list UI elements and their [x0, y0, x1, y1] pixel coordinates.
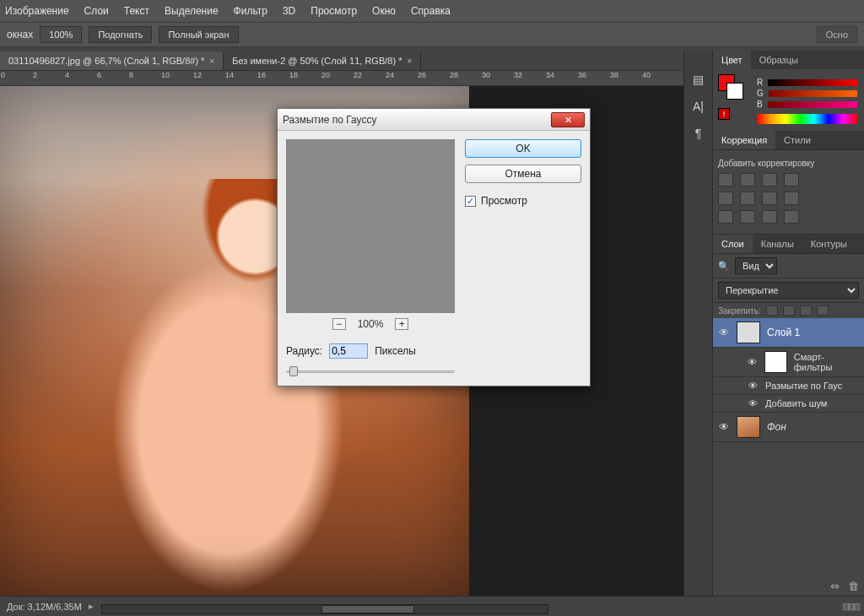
- background-swatch[interactable]: [726, 83, 743, 100]
- visibility-icon[interactable]: 👁: [718, 421, 730, 433]
- smart-filter-mask[interactable]: [764, 351, 787, 373]
- tab-paths[interactable]: Контуры: [802, 235, 856, 253]
- menu-select[interactable]: Выделение: [165, 5, 219, 17]
- lock-pixels-icon[interactable]: [766, 305, 778, 316]
- ruler-tick: 22: [353, 71, 385, 85]
- filter-row-noise[interactable]: 👁 Добавить шум: [713, 395, 864, 413]
- ruler-tick: 26: [417, 71, 449, 85]
- blend-mode-select[interactable]: Перекрытие: [718, 282, 859, 299]
- close-icon[interactable]: ×: [209, 57, 214, 66]
- document-tab-2-label: Без имени-2 @ 50% (Слой 11, RGB/8) *: [232, 56, 402, 66]
- color-panel-tabs: Цвет Образцы: [713, 51, 864, 69]
- layer-filter-kind[interactable]: Вид: [735, 257, 777, 274]
- layers-panel-tabs: Слои Каналы Контуры: [713, 235, 864, 253]
- trash-icon[interactable]: 🗑: [848, 580, 859, 592]
- menu-image[interactable]: Изображение: [5, 5, 69, 17]
- dialog-titlebar[interactable]: Размытие по Гауссу ✕: [278, 109, 590, 131]
- ok-button[interactable]: OK: [465, 139, 581, 158]
- document-tab-1[interactable]: 03110496827.jpg @ 66,7% (Слой 1, RGB/8#)…: [0, 51, 224, 70]
- menu-help[interactable]: Справка: [411, 5, 451, 17]
- radius-input[interactable]: [329, 343, 368, 359]
- adj-curves-icon[interactable]: [762, 173, 777, 186]
- zoom-out-button[interactable]: −: [332, 318, 346, 330]
- visibility-icon[interactable]: 👁: [747, 398, 759, 408]
- doc-size: Док: 3,12M/6,35M: [7, 602, 82, 612]
- resize-grip-icon[interactable]: ▨▨▨: [842, 601, 857, 612]
- ruler-tick: 32: [513, 71, 545, 85]
- adj-brightness-icon[interactable]: [718, 173, 733, 186]
- adjustments-panel: Добавить корректировку: [713, 149, 864, 235]
- layer-row[interactable]: 👁 Слой 1: [713, 318, 864, 348]
- adjustments-add-label: Добавить корректировку: [718, 159, 859, 168]
- menu-text[interactable]: Текст: [124, 5, 149, 17]
- visibility-icon[interactable]: 👁: [747, 381, 759, 391]
- filter-row-gauss[interactable]: 👁 Размытие по Гаус: [713, 377, 864, 395]
- adj-vibrance-icon[interactable]: [718, 192, 733, 205]
- radius-slider[interactable]: [286, 365, 455, 377]
- scrollbar-thumb[interactable]: [321, 605, 414, 613]
- color-panel: ! R G B: [713, 69, 864, 131]
- layer-row-bg[interactable]: 👁 Фон: [713, 413, 864, 442]
- g-slider[interactable]: [769, 90, 857, 97]
- horizontal-scrollbar[interactable]: [101, 604, 548, 614]
- document-tab-2[interactable]: Без имени-2 @ 50% (Слой 11, RGB/8) * ×: [224, 51, 421, 70]
- r-slider[interactable]: [768, 79, 857, 86]
- b-label: B: [757, 100, 763, 109]
- menu-filter[interactable]: Фильтр: [234, 5, 267, 17]
- ruler-tick: 4: [64, 71, 96, 85]
- fit-button[interactable]: Подогнать: [89, 26, 152, 43]
- ruler-tick: 12: [192, 71, 224, 85]
- histogram-icon[interactable]: ▤: [691, 73, 706, 86]
- link-layers-icon[interactable]: ⇔: [830, 580, 840, 592]
- adj-photo-icon[interactable]: [718, 210, 733, 224]
- adj-balance-icon[interactable]: [762, 192, 777, 205]
- layer-thumb[interactable]: [737, 322, 760, 343]
- tab-correction[interactable]: Коррекция: [713, 131, 775, 149]
- tab-swatches[interactable]: Образцы: [751, 51, 807, 69]
- adj-mixer-icon[interactable]: [740, 210, 755, 224]
- character-icon[interactable]: A|: [691, 100, 706, 113]
- hue-strip[interactable]: [757, 114, 857, 124]
- lock-all-icon[interactable]: [817, 305, 829, 316]
- ruler-tick: 16: [256, 71, 289, 85]
- tab-channels[interactable]: Каналы: [753, 235, 802, 253]
- preview-checkbox[interactable]: ✓ Просмотр: [465, 195, 581, 207]
- checkbox-icon: ✓: [465, 196, 476, 207]
- tab-color[interactable]: Цвет: [713, 51, 751, 69]
- zoom-level-button[interactable]: 100%: [40, 26, 82, 43]
- smart-filters-row[interactable]: 👁 Смарт-фильтры: [713, 348, 864, 377]
- ruler-tick: 20: [321, 71, 353, 85]
- adj-hue-icon[interactable]: [740, 192, 755, 205]
- menu-3d[interactable]: 3D: [283, 5, 295, 17]
- fullscreen-button[interactable]: Полный экран: [159, 26, 238, 43]
- visibility-icon[interactable]: 👁: [718, 327, 730, 338]
- adj-exposure-icon[interactable]: [784, 173, 799, 186]
- gamut-warning-icon[interactable]: !: [718, 108, 730, 120]
- menu-window[interactable]: Окно: [372, 5, 396, 17]
- layer-thumb[interactable]: [737, 416, 760, 438]
- close-icon[interactable]: ×: [407, 57, 412, 66]
- lock-position-icon[interactable]: [783, 305, 795, 316]
- b-slider[interactable]: [768, 101, 857, 108]
- menu-view[interactable]: Просмотр: [310, 5, 357, 17]
- tab-styles[interactable]: Стили: [775, 131, 819, 149]
- paragraph-icon[interactable]: ¶: [691, 127, 706, 140]
- lock-move-icon[interactable]: [800, 305, 812, 316]
- ruler-tick: 24: [385, 71, 417, 85]
- adj-invert-icon[interactable]: [784, 210, 799, 224]
- ruler-tick: 30: [481, 71, 513, 85]
- adj-bw-icon[interactable]: [784, 192, 799, 205]
- zoom-in-button[interactable]: +: [395, 318, 408, 330]
- adj-levels-icon[interactable]: [740, 173, 755, 186]
- adj-lut-icon[interactable]: [762, 210, 777, 224]
- tab-layers[interactable]: Слои: [713, 235, 753, 253]
- menu-layers[interactable]: Слои: [84, 5, 109, 17]
- dialog-preview-image[interactable]: [286, 139, 455, 313]
- options-right-button[interactable]: Осно: [817, 26, 857, 43]
- cancel-button[interactable]: Отмена: [465, 165, 581, 183]
- dialog-close-button[interactable]: ✕: [551, 112, 585, 127]
- layers-panel: 🔍 Вид Перекрытие Закрепить: 👁 Слой 1 👁 С…: [713, 253, 864, 596]
- slider-knob[interactable]: [289, 366, 298, 376]
- visibility-icon[interactable]: 👁: [747, 357, 758, 367]
- menubar: Изображение Слои Текст Выделение Фильтр …: [0, 0, 864, 22]
